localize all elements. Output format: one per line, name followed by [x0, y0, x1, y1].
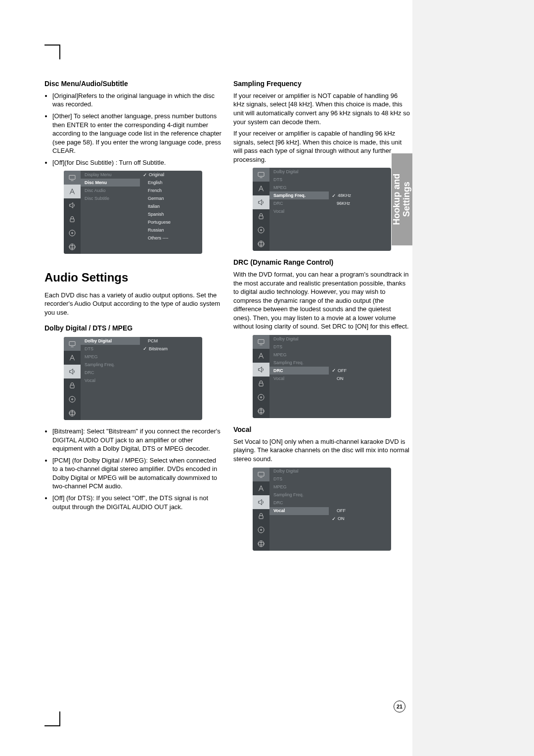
crop-mark	[44, 45, 59, 46]
section-tab: Hookup and Settings	[392, 153, 412, 245]
list-item: [PCM] (for Dolby Digital / MPEG): Select…	[52, 456, 222, 491]
svg-rect-36	[258, 472, 264, 476]
osd-option: German	[140, 194, 200, 202]
osd-option: Italian	[140, 202, 200, 210]
globe-icon	[253, 537, 269, 551]
svg-point-14	[72, 399, 73, 400]
osd-option: Others ----	[140, 234, 200, 242]
letter-a-icon	[253, 349, 269, 363]
list-item: [Original]Refers to the original languag…	[52, 92, 222, 109]
crop-mark	[59, 711, 60, 726]
svg-point-4	[69, 230, 75, 236]
osd-menu-item: Vocal	[269, 207, 329, 215]
osd-menu-item: Dolby Digital	[269, 335, 329, 343]
svg-rect-9	[69, 342, 75, 346]
speaker-icon	[64, 198, 81, 212]
tv-icon	[64, 337, 81, 351]
disc-icon	[253, 223, 269, 237]
dolby-heading: Dolby Digital / DTS / MPEG	[44, 324, 222, 333]
disc-menu-bullets: [Original]Refers to the original languag…	[44, 92, 222, 167]
list-item: [Off](for Disc Subtitle) : Turn off Subt…	[52, 158, 222, 167]
svg-rect-18	[258, 173, 264, 177]
list-item: [Bitstream]: Select "Bitstream" if you c…	[52, 427, 222, 453]
osd-option: ON	[329, 515, 389, 523]
vocal-paragraph: Set Vocal to [ON] only when a multi-chan…	[233, 437, 410, 464]
globe-icon	[64, 406, 81, 420]
speaker-icon	[253, 495, 269, 509]
osd-dolby: Dolby DigitalDTSMPEGSampling Freq.DRCVoc…	[64, 337, 202, 420]
osd-menu-item: DTS	[269, 176, 329, 184]
osd-menu-item: DRC	[269, 199, 329, 207]
disc-menu-heading: Disc Menu/Audio/Subtitle	[44, 79, 222, 89]
svg-rect-39	[259, 516, 263, 519]
tv-icon	[253, 468, 269, 481]
osd-option: French	[140, 187, 200, 194]
list-item: [Other] To select another language, pres…	[52, 112, 222, 155]
disc-icon	[253, 523, 269, 537]
osd-menu-item: Sampling Freq.	[269, 491, 329, 499]
osd-menu-item: Dolby Digital	[269, 168, 329, 176]
speaker-icon	[64, 365, 81, 378]
dolby-bullets: [Bitstream]: Select "Bitstream" if you c…	[44, 427, 222, 511]
osd-menu-item: DRC	[269, 499, 329, 507]
globe-icon	[64, 240, 81, 254]
osd-option: 96KHz	[329, 199, 389, 207]
osd-option: OFF	[329, 507, 389, 515]
disc-icon	[64, 392, 81, 406]
svg-rect-12	[70, 385, 74, 388]
svg-rect-3	[70, 219, 74, 222]
crop-mark	[44, 725, 59, 726]
left-column: Disc Menu/Audio/Subtitle [Original]Refer…	[44, 79, 222, 558]
speaker-icon	[253, 363, 269, 377]
osd-option: 48KHz	[329, 191, 389, 199]
vocal-heading: Vocal	[233, 425, 410, 434]
section-tab-line2: Settings	[401, 182, 411, 217]
section-tab-line1: Hookup and	[392, 174, 401, 225]
lock-icon	[253, 209, 269, 223]
svg-point-23	[261, 230, 262, 231]
page-number-value: 21	[397, 703, 402, 710]
letter-a-icon	[253, 182, 269, 195]
svg-point-13	[69, 396, 75, 402]
disc-icon	[253, 390, 269, 404]
letter-a-icon	[64, 185, 81, 198]
osd-disc-menu: Display MenuDisc MenuDisc AudioDisc Subt…	[64, 171, 202, 254]
osd-option: ON	[329, 375, 389, 382]
osd-option: Original	[140, 171, 200, 179]
globe-icon	[253, 237, 269, 251]
svg-rect-0	[69, 176, 75, 180]
osd-menu-item: MPEG	[269, 351, 329, 359]
osd-menu-item: DRC	[81, 369, 140, 377]
osd-menu-item: DTS	[269, 475, 329, 483]
right-margin-strip	[412, 0, 534, 756]
drc-paragraph: With the DVD format, you can hear a prog…	[233, 270, 410, 331]
svg-point-5	[72, 233, 73, 234]
crop-mark	[59, 45, 60, 59]
osd-menu-item: Sampling Freq.	[81, 361, 140, 369]
osd-option: Bitstream	[140, 345, 200, 353]
osd-menu-item: Disc Menu	[81, 179, 140, 187]
osd-menu-item: Vocal	[81, 377, 140, 384]
globe-icon	[253, 404, 269, 418]
osd-menu-item: DRC	[269, 367, 329, 375]
osd-option: OFF	[329, 367, 389, 375]
svg-rect-30	[259, 383, 263, 386]
osd-option: Spanish	[140, 210, 200, 218]
speaker-icon	[253, 195, 269, 209]
osd-menu-item: Vocal	[269, 507, 329, 515]
page-number: 21	[394, 701, 405, 712]
svg-point-31	[258, 394, 264, 400]
tv-icon	[253, 335, 269, 349]
svg-rect-21	[259, 216, 263, 219]
tv-icon	[253, 168, 269, 182]
audio-settings-intro: Each DVD disc has a variety of audio out…	[44, 291, 222, 317]
svg-point-40	[258, 527, 264, 533]
sampling-heading: Sampling Frequency	[233, 79, 410, 89]
osd-menu-item: Sampling Freq.	[269, 359, 329, 367]
osd-menu-item: MPEG	[81, 353, 140, 361]
svg-point-32	[261, 397, 262, 398]
right-column: Sampling Frequency If your receiver or a…	[233, 79, 410, 558]
osd-vocal: Dolby DigitalDTSMPEGSampling Freq.DRCVoc…	[253, 468, 391, 551]
osd-menu-item: Display Menu	[81, 171, 140, 179]
osd-option: English	[140, 179, 200, 187]
